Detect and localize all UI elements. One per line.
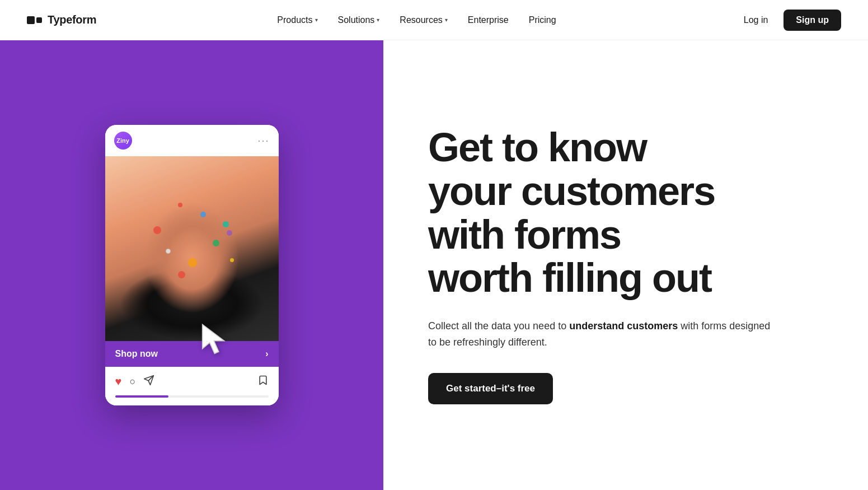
- cta-button[interactable]: Get started–it's free: [428, 373, 553, 404]
- nav-item-resources[interactable]: Resources ▾: [392, 11, 455, 30]
- mock-product-image: [105, 156, 279, 341]
- mock-brand-avatar: Ziny: [114, 132, 132, 150]
- hero-right-content: Get to know your customers with forms wo…: [383, 40, 868, 490]
- bookmark-icon: [257, 375, 269, 389]
- login-button[interactable]: Log in: [737, 11, 775, 30]
- chevron-down-icon: ▾: [445, 17, 448, 23]
- hero-subtext: Collect all the data you need to underst…: [428, 318, 775, 351]
- hero-heading: Get to know your customers with forms wo…: [428, 126, 823, 300]
- nav-item-solutions[interactable]: Solutions ▾: [330, 11, 388, 30]
- nav-enterprise-label: Enterprise: [468, 15, 509, 25]
- hero-subtext-before: Collect all the data you need to: [428, 320, 569, 332]
- mock-shop-bar: Shop now ›: [105, 341, 279, 367]
- gem-decoration: [223, 221, 229, 227]
- nav-products-label: Products: [277, 15, 312, 25]
- chevron-down-icon: ▾: [377, 17, 379, 23]
- shop-arrow-icon: ›: [265, 349, 268, 359]
- mock-icons-left: ♥ ○: [115, 375, 155, 389]
- mock-progress-fill: [115, 395, 169, 398]
- logo-text: Typeform: [48, 13, 96, 26]
- cursor-arrow-icon: [198, 322, 234, 358]
- hero-heading-line3: with forms: [428, 212, 621, 257]
- hero-heading-line1: Get to know: [428, 125, 646, 170]
- shop-now-label: Shop now: [115, 349, 158, 359]
- gem-decoration: [200, 212, 206, 217]
- hero-left-panel: Ziny ···: [0, 40, 383, 490]
- hero-heading-line2: your customers: [428, 169, 715, 213]
- mock-social-card: Ziny ···: [105, 125, 279, 405]
- gem-decoration: [178, 271, 185, 278]
- logo-square-large: [27, 16, 35, 24]
- nav-item-products[interactable]: Products ▾: [269, 11, 325, 30]
- share-icon: [143, 375, 154, 389]
- hero-subtext-bold: understand customers: [569, 320, 678, 332]
- nav-center: Products ▾ Solutions ▾ Resources ▾ Enter…: [269, 11, 564, 30]
- logo-icon: [27, 16, 42, 24]
- hero-section: Ziny ···: [0, 40, 868, 490]
- gem-decoration: [166, 249, 171, 254]
- nav-item-enterprise[interactable]: Enterprise: [460, 11, 517, 30]
- nav-pricing-label: Pricing: [529, 15, 556, 25]
- gem-decoration: [213, 240, 219, 246]
- nav-solutions-label: Solutions: [338, 15, 375, 25]
- mock-actions-area: ♥ ○: [105, 367, 279, 405]
- nav-item-pricing[interactable]: Pricing: [521, 11, 564, 30]
- mock-card-wrapper: Ziny ···: [105, 125, 279, 405]
- gem-decoration: [153, 226, 161, 234]
- comment-icon: ○: [129, 376, 135, 388]
- heart-icon: ♥: [115, 375, 122, 388]
- nav-right: Log in Sign up: [737, 10, 841, 31]
- logo-link[interactable]: Typeform: [27, 13, 96, 26]
- cursor-overlay: [198, 322, 234, 361]
- mock-avatar-text: Ziny: [116, 137, 129, 144]
- mock-progress-bar: [115, 395, 269, 398]
- logo-square-small: [36, 17, 42, 23]
- signup-button[interactable]: Sign up: [783, 10, 841, 31]
- mock-card-header: Ziny ···: [105, 125, 279, 156]
- gem-decoration: [178, 203, 182, 207]
- navbar: Typeform Products ▾ Solutions ▾ Resource…: [0, 0, 868, 40]
- chevron-down-icon: ▾: [315, 17, 318, 23]
- more-options-icon: ···: [257, 135, 269, 147]
- gem-decoration: [230, 258, 234, 262]
- gem-decoration: [188, 258, 197, 267]
- mock-icons-row: ♥ ○: [115, 375, 269, 389]
- gem-decoration: [227, 230, 232, 236]
- hero-heading-line4: worth filling out: [428, 255, 711, 300]
- nav-resources-label: Resources: [400, 15, 442, 25]
